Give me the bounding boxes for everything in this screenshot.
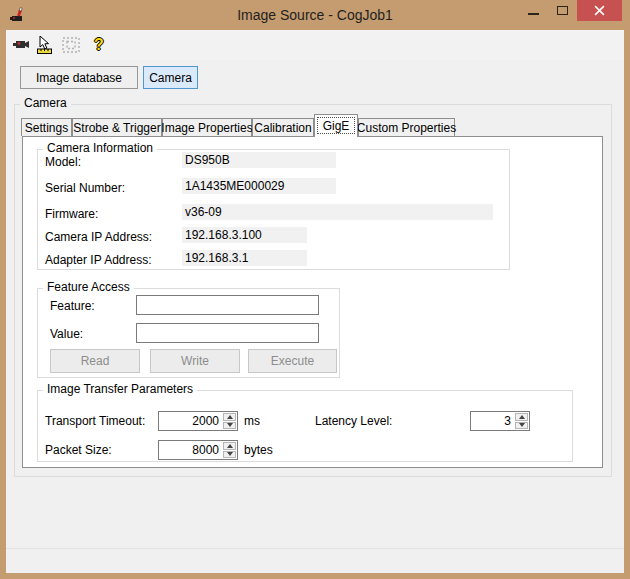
image-source-window: Image Source - CogJob1 bbox=[0, 0, 630, 579]
write-button[interactable]: Write bbox=[150, 349, 240, 373]
acquire-image-icon[interactable] bbox=[12, 35, 30, 55]
spin-down-icon[interactable] bbox=[223, 451, 236, 459]
value-input[interactable] bbox=[136, 323, 319, 343]
camera-ip-value: 192.168.3.100 bbox=[182, 227, 307, 243]
firmware-value: v36-09 bbox=[182, 204, 493, 220]
camera-groupbox-label: Camera bbox=[20, 97, 71, 110]
tab-custom-properties[interactable]: Custom Properties bbox=[358, 118, 455, 136]
camera-label: Camera bbox=[149, 71, 192, 85]
maximize-button[interactable] bbox=[547, 0, 577, 21]
maximize-icon bbox=[557, 6, 568, 15]
frame-left bbox=[0, 30, 6, 579]
status-strip-separator bbox=[6, 548, 624, 549]
execute-button[interactable]: Execute bbox=[248, 349, 337, 373]
value-label: Value: bbox=[50, 327, 83, 341]
packet-size-unit: bytes bbox=[244, 443, 273, 457]
model-label: Model: bbox=[45, 155, 81, 169]
packet-size-label: Packet Size: bbox=[45, 443, 112, 457]
spin-down-icon[interactable] bbox=[223, 422, 236, 430]
latency-level-spinner[interactable] bbox=[470, 411, 530, 431]
model-value: DS950B bbox=[182, 152, 336, 168]
frame-bottom bbox=[0, 573, 630, 579]
region-select-icon-disabled[interactable] bbox=[61, 35, 81, 55]
packet-size-input[interactable] bbox=[159, 441, 222, 459]
tab-calibration[interactable]: Calibration bbox=[252, 118, 314, 136]
frame-right bbox=[624, 30, 630, 579]
feature-input[interactable] bbox=[136, 295, 319, 315]
serial-number-value: 1A1435ME000029 bbox=[182, 178, 336, 194]
feature-access-label: Feature Access bbox=[43, 281, 134, 294]
latency-level-label: Latency Level: bbox=[315, 414, 392, 428]
camera-ip-label: Camera IP Address: bbox=[45, 230, 152, 244]
tab-image-properties[interactable]: Image Properties bbox=[162, 118, 252, 136]
minimize-icon bbox=[528, 13, 539, 15]
transport-timeout-unit: ms bbox=[244, 414, 260, 428]
spin-up-icon[interactable] bbox=[515, 413, 528, 421]
transport-timeout-input[interactable] bbox=[159, 412, 222, 430]
minimize-button[interactable] bbox=[519, 0, 547, 21]
read-button[interactable]: Read bbox=[50, 349, 140, 373]
packet-size-spinner[interactable] bbox=[158, 440, 238, 460]
serial-number-label: Serial Number: bbox=[45, 181, 125, 195]
latency-level-input[interactable] bbox=[471, 412, 514, 430]
firmware-label: Firmware: bbox=[45, 207, 98, 221]
help-icon[interactable]: ? bbox=[90, 35, 108, 55]
spin-up-icon[interactable] bbox=[223, 413, 236, 421]
spin-up-icon[interactable] bbox=[223, 442, 236, 450]
tab-settings[interactable]: Settings bbox=[21, 118, 72, 136]
transport-timeout-spinner[interactable] bbox=[158, 411, 238, 431]
camera-button[interactable]: Camera bbox=[143, 66, 198, 89]
image-database-button[interactable]: Image database bbox=[20, 66, 138, 89]
tab-strobe-trigger[interactable]: Strobe & Trigger bbox=[72, 118, 162, 136]
image-transfer-label: Image Transfer Parameters bbox=[43, 383, 197, 396]
feature-label: Feature: bbox=[50, 299, 95, 313]
close-icon bbox=[594, 5, 605, 16]
camera-information-label: Camera Information bbox=[43, 142, 157, 155]
adapter-ip-label: Adapter IP Address: bbox=[45, 253, 152, 267]
image-database-label: Image database bbox=[36, 71, 122, 85]
pointer-ruler-icon[interactable] bbox=[35, 35, 57, 55]
close-button[interactable] bbox=[577, 0, 622, 21]
adapter-ip-value: 192.168.3.1 bbox=[182, 250, 307, 266]
tab-gige[interactable]: GigE bbox=[314, 114, 358, 137]
title-bar[interactable]: Image Source - CogJob1 bbox=[0, 0, 630, 30]
spin-down-icon[interactable] bbox=[515, 422, 528, 430]
transport-timeout-label: Transport Timeout: bbox=[45, 414, 145, 428]
